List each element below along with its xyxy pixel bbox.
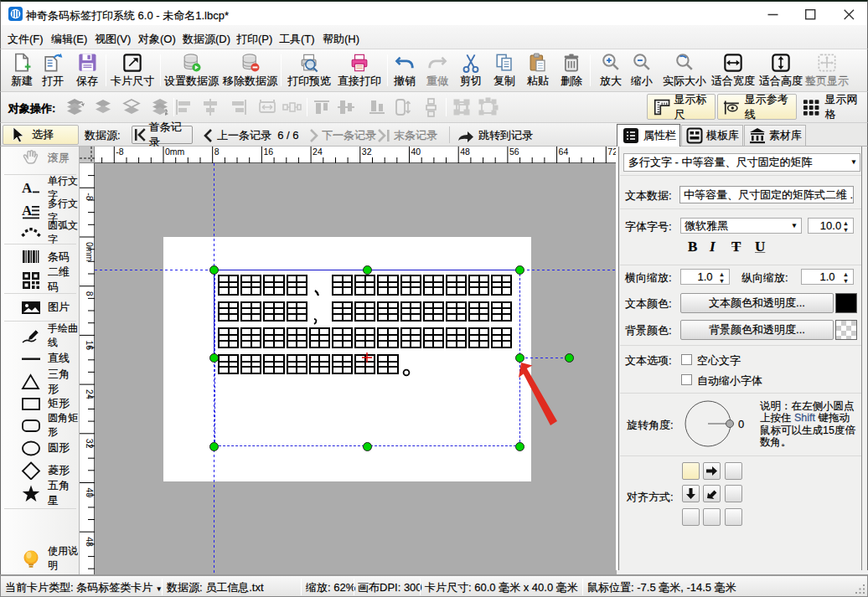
svg-text:48: 48 <box>85 537 95 547</box>
svg-text:8: 8 <box>214 147 220 157</box>
svg-text:-8: -8 <box>85 193 95 200</box>
svg-text:40: 40 <box>85 488 95 498</box>
svg-text:8: 8 <box>85 291 95 296</box>
svg-text:0mm: 0mm <box>85 242 95 262</box>
svg-text:16: 16 <box>85 340 95 350</box>
svg-text:64: 64 <box>559 147 569 157</box>
svg-text:24: 24 <box>85 389 95 399</box>
svg-text:-8: -8 <box>116 147 123 157</box>
svg-text:0mm: 0mm <box>165 147 185 157</box>
svg-text:48: 48 <box>460 147 470 157</box>
svg-text:A: A <box>22 203 33 219</box>
svg-text:16: 16 <box>263 147 273 157</box>
svg-text:32: 32 <box>362 147 372 157</box>
svg-text:32: 32 <box>85 439 95 449</box>
svg-text:56: 56 <box>509 147 519 157</box>
svg-text:40: 40 <box>411 147 421 157</box>
svg-text:A: A <box>22 180 33 196</box>
svg-text:24: 24 <box>313 147 323 157</box>
